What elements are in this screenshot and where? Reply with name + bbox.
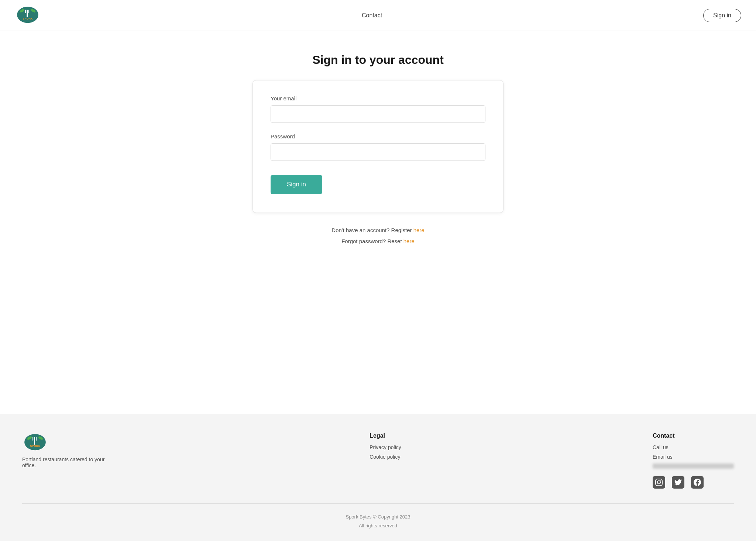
footer: SPORK Portland restaurants catered to yo… [0,414,756,541]
page-title: Sign in to your account [312,53,444,67]
copyright-text: Spork Bytes © Copyright 2023 [22,513,734,521]
signin-submit-button[interactable]: Sign in [271,175,322,194]
email-us-link[interactable]: Email us [653,454,734,460]
svg-rect-3 [28,10,29,13]
footer-contact-title: Contact [653,433,734,439]
register-text: Don't have an account? Register [331,227,413,233]
svg-rect-9 [32,437,33,441]
below-card-links: Don't have an account? Register here For… [331,225,424,247]
cookie-policy-link[interactable]: Cookie policy [370,454,401,460]
spork-logo-icon: SPORK [15,5,41,25]
header: SPORK Contact Sign in [0,0,756,31]
header-signin-button[interactable]: Sign in [703,9,741,22]
email-form-group: Your email [271,95,485,123]
main-content: Sign in to your account Your email Passw… [0,31,756,414]
footer-legal-col: Legal Privacy policy Cookie policy [370,433,401,464]
svg-rect-10 [36,437,37,441]
blurred-address [653,464,734,469]
facebook-icon[interactable] [691,476,704,489]
privacy-policy-link[interactable]: Privacy policy [370,444,401,450]
contact-link[interactable]: Contact [362,12,382,18]
social-icons [653,476,734,489]
svg-rect-1 [27,10,28,17]
footer-tagline: Portland restaurants catered to your off… [22,456,118,468]
forgot-line: Forgot password? Reset here [331,236,424,247]
svg-rect-2 [25,10,26,13]
register-line: Don't have an account? Register here [331,225,424,236]
footer-top: SPORK Portland restaurants catered to yo… [22,433,734,489]
logo[interactable]: SPORK [15,5,41,25]
footer-legal-title: Legal [370,433,401,439]
register-link[interactable]: here [413,227,425,233]
footer-contact-col: Contact Call us Email us [653,433,734,489]
rights-text: All rights reserved [22,521,734,530]
email-label: Your email [271,95,485,101]
instagram-icon[interactable] [653,476,665,489]
signin-card: Your email Password Sign in [252,80,504,213]
footer-brand: SPORK Portland restaurants catered to yo… [22,433,118,468]
password-input[interactable] [271,143,485,161]
svg-text:SPORK: SPORK [30,444,40,448]
password-form-group: Password [271,133,485,161]
header-nav[interactable]: Contact [362,12,382,19]
footer-bottom: Spork Bytes © Copyright 2023 All rights … [22,503,734,530]
forgot-text: Forgot password? Reset [341,238,403,244]
password-label: Password [271,133,485,139]
svg-rect-8 [34,437,35,445]
call-us-link[interactable]: Call us [653,444,734,450]
footer-logo-icon: SPORK [22,433,48,453]
twitter-icon[interactable] [672,476,684,489]
forgot-link[interactable]: here [403,238,415,244]
email-input[interactable] [271,105,485,123]
svg-text:SPORK: SPORK [23,17,33,20]
